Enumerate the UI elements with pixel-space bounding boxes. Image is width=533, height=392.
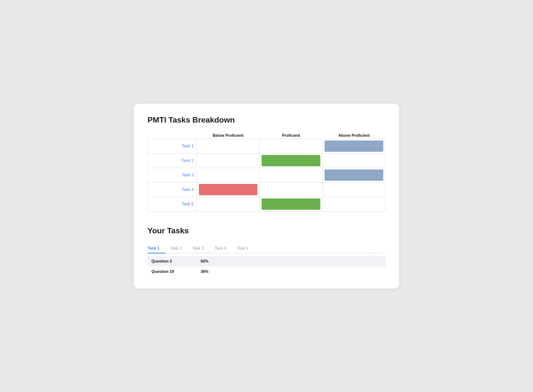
tab-task5[interactable]: Task 5 xyxy=(237,244,254,253)
main-card: PMTI Tasks Breakdown Below Proficient Pr… xyxy=(134,104,399,289)
col-above-proficient: Above Proficient xyxy=(323,133,385,138)
task4-above xyxy=(323,182,385,197)
questions-table: Question 3 60% Question 19 36% xyxy=(148,256,385,277)
col-proficient: Proficient xyxy=(260,133,323,138)
task5-above xyxy=(323,197,385,211)
your-tasks-title: Your Tasks xyxy=(148,226,189,235)
chart-row-task3: Task 3 xyxy=(148,168,385,182)
task2-label[interactable]: Task 2 xyxy=(148,154,197,168)
chart-header-empty xyxy=(148,133,197,138)
task3-label[interactable]: Task 3 xyxy=(148,168,197,182)
tab-task3[interactable]: Task 3 xyxy=(192,244,210,253)
question19-label: Question 19 xyxy=(148,266,197,277)
dash-button[interactable]: - xyxy=(370,253,372,258)
tasks-tabs: Task 1 Task 2 Task 3 Task 4 Task 5 xyxy=(148,244,385,253)
task3-proficient xyxy=(260,168,322,182)
task1-proficient xyxy=(260,139,322,153)
question3-value: 60% xyxy=(197,256,385,266)
chart-body: Task 1 Task 2 Task 3 xyxy=(148,139,385,211)
task1-above xyxy=(323,139,385,153)
task5-proficient-bar xyxy=(262,198,320,210)
task3-above-bar xyxy=(325,169,383,181)
pmti-title: PMTI Tasks Breakdown xyxy=(148,115,385,125)
task4-below-bar xyxy=(199,184,257,195)
your-tasks-header: Your Tasks xyxy=(148,226,385,244)
chart-row-task1: Task 1 xyxy=(148,139,385,154)
col-below-proficient: Below Proficient xyxy=(197,133,260,138)
task2-proficient xyxy=(260,154,322,168)
chart-row-task5: Task 5 xyxy=(148,197,385,211)
your-tasks-section: Your Tasks Task 1 Task 2 Task 3 Task 4 T… xyxy=(148,226,385,277)
task1-label[interactable]: Task 1 xyxy=(148,139,197,153)
task5-below xyxy=(197,197,260,211)
task1-below xyxy=(197,139,260,153)
task2-below xyxy=(197,154,260,168)
task5-proficient xyxy=(260,197,322,211)
table-row: Question 3 60% xyxy=(148,256,385,266)
chart-row-task2: Task 2 xyxy=(148,154,385,168)
task2-proficient-bar xyxy=(262,155,320,166)
chart-row-task4: Task 4 xyxy=(148,182,385,197)
tab-task4[interactable]: Task 4 xyxy=(215,244,232,253)
pmti-section: PMTI Tasks Breakdown Below Proficient Pr… xyxy=(148,115,385,211)
tab-task1[interactable]: Task 1 xyxy=(148,244,165,253)
task3-above xyxy=(323,168,385,182)
task4-label[interactable]: Task 4 xyxy=(148,182,197,197)
task4-below xyxy=(197,182,260,197)
task4-proficient xyxy=(260,182,322,197)
task2-above xyxy=(323,154,385,168)
chart-header: Below Proficient Proficient Above Profic… xyxy=(148,133,385,138)
task1-above-bar xyxy=(325,140,383,152)
task3-below xyxy=(197,168,260,182)
question3-label: Question 3 xyxy=(148,256,197,266)
tab-task2[interactable]: Task 2 xyxy=(170,244,188,253)
table-row: Question 19 36% xyxy=(148,266,385,277)
question19-value: 36% xyxy=(197,266,385,277)
task5-label[interactable]: Task 5 xyxy=(148,197,197,211)
